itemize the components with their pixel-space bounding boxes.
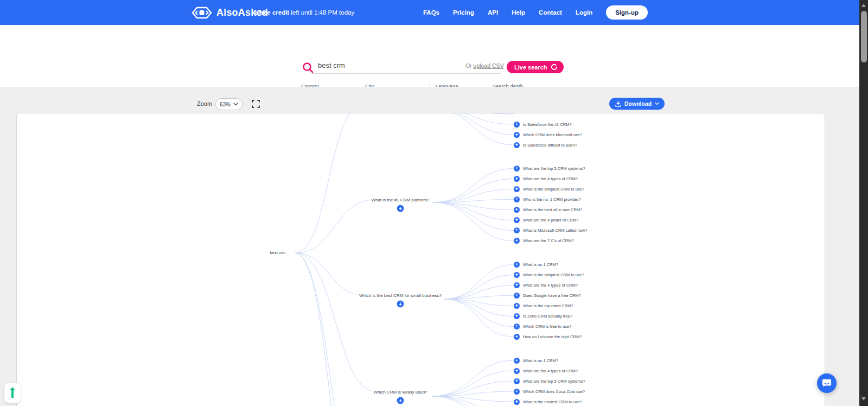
mindmap-question[interactable]: +Is Salesforce difficult to learn? <box>514 142 577 148</box>
mindmap-question[interactable]: +What is the easiest CRM to use? <box>514 399 582 405</box>
mindmap-question[interactable]: +Which CRM is free to use? <box>514 323 571 329</box>
scrollbar-up-arrow[interactable] <box>861 4 866 7</box>
mindmap-canvas[interactable]: best crm+Is Salesforce the #1 CRM?+Which… <box>16 113 825 406</box>
plus-icon[interactable]: + <box>514 358 520 364</box>
mindmap-question[interactable]: +How do I choose the right CRM? <box>514 334 582 340</box>
plus-icon[interactable]: + <box>514 122 520 128</box>
plus-icon[interactable]: + <box>514 166 520 172</box>
live-search-label: Live search <box>514 64 547 71</box>
plus-icon[interactable]: + <box>514 217 520 223</box>
mindmap-branch-label[interactable]: What is the #1 CRM platform? <box>369 197 431 203</box>
page-scrollbar[interactable] <box>859 0 868 406</box>
plus-icon[interactable]: + <box>514 132 520 138</box>
expand-button[interactable]: + <box>397 301 404 308</box>
search-icon <box>302 62 314 74</box>
plus-icon[interactable]: + <box>514 293 520 299</box>
mindmap-question[interactable]: +What are the 4 pillars of CRM? <box>514 217 579 223</box>
expand-button[interactable]: + <box>397 205 404 212</box>
fullscreen-button[interactable] <box>252 100 260 108</box>
mindmap-question[interactable]: +Is Salesforce the #1 CRM? <box>514 122 572 128</box>
chat-widget-button[interactable] <box>817 373 837 393</box>
question-text: Is Salesforce difficult to learn? <box>523 143 577 148</box>
chevron-down-icon <box>233 103 238 106</box>
plus-icon[interactable]: + <box>514 196 520 202</box>
question-text: What is no 1 CRM? <box>523 358 558 363</box>
plus-icon[interactable]: + <box>514 389 520 395</box>
mindmap-curves <box>17 113 825 406</box>
question-text: Which CRM does Coca-Cola use? <box>523 389 585 394</box>
plus-icon[interactable]: + <box>514 368 520 374</box>
search-underline <box>312 73 501 74</box>
question-text: What are the top 5 CRM systems? <box>523 166 585 171</box>
question-text: What is the top rated CRM? <box>523 303 573 308</box>
nav-api[interactable]: API <box>488 9 498 16</box>
mindmap-question[interactable]: +Who is the no. 1 CRM provider? <box>514 196 581 202</box>
signup-button[interactable]: Sign-up <box>606 5 648 20</box>
plus-icon[interactable]: + <box>514 399 520 405</box>
mindmap-question[interactable]: +What is no 1 CRM? <box>514 358 558 364</box>
mindmap-question[interactable]: +What is the simplest CRM to use? <box>514 186 584 192</box>
question-text: Is Zoho CRM actually free? <box>523 314 572 319</box>
download-button[interactable]: Download <box>609 98 665 110</box>
question-text: What is the simplest CRM to use? <box>523 187 584 192</box>
expand-button[interactable]: + <box>397 397 404 404</box>
question-text: What is the best all in one CRM? <box>523 207 582 212</box>
zoom-value: 63% <box>220 101 231 107</box>
mindmap-branch-label[interactable]: Which CRM is widely used? <box>372 389 429 395</box>
plus-icon[interactable]: + <box>514 176 520 182</box>
refresh-icon <box>551 64 558 71</box>
mindmap-question[interactable]: +What are the 4 types of CRM? <box>514 368 578 374</box>
nav-login[interactable]: Login <box>576 9 592 16</box>
alsoasked-logo-icon <box>192 6 212 20</box>
question-text: Who is the no. 1 CRM provider? <box>523 197 581 202</box>
plus-icon[interactable]: + <box>514 262 520 268</box>
plus-icon[interactable]: + <box>514 272 520 278</box>
plus-icon[interactable]: + <box>514 282 520 288</box>
mindmap-question[interactable]: +What is no 1 CRM? <box>514 262 558 268</box>
plus-icon[interactable]: + <box>514 142 520 148</box>
plus-icon[interactable]: + <box>514 238 520 244</box>
plus-icon[interactable]: + <box>514 313 520 319</box>
question-text: What is the easiest CRM to use? <box>523 399 582 404</box>
nav-contact[interactable]: Contact <box>539 9 562 16</box>
credit-count: 1 free credit <box>254 9 289 16</box>
mindmap-question[interactable]: +Which CRM does Coca-Cola use? <box>514 389 585 395</box>
mindmap-question[interactable]: +What are the 4 types of CRM? <box>514 176 578 182</box>
nav-help[interactable]: Help <box>512 9 525 16</box>
plus-icon[interactable]: + <box>514 378 520 384</box>
mindmap-question[interactable]: +Is Zoho CRM actually free? <box>514 313 572 319</box>
nav-faqs[interactable]: FAQs <box>423 9 439 16</box>
question-text: What are the 4 types of CRM? <box>523 283 578 288</box>
plus-icon[interactable]: + <box>514 303 520 309</box>
nav-pricing[interactable]: Pricing <box>453 9 474 16</box>
mindmap-question[interactable]: +What are the top 5 CRM systems? <box>514 378 585 384</box>
mindmap-question[interactable]: +Which CRM does Microsoft use? <box>514 132 582 138</box>
mindmap-root-node[interactable]: best crm <box>269 250 287 256</box>
scrollbar-down-arrow[interactable] <box>861 397 866 401</box>
upload-csv-link[interactable]: upload CSV <box>474 62 504 69</box>
plus-icon[interactable]: + <box>514 207 520 213</box>
zoom-select[interactable]: 63% <box>215 98 242 110</box>
mindmap-question[interactable]: +What are the top 5 CRM systems? <box>514 166 585 172</box>
mindmap-branch-label[interactable]: Which is the best CRM for small business… <box>358 293 443 299</box>
mindmap-question[interactable]: +Does Google have a free CRM? <box>514 293 581 299</box>
question-text: What are the top 5 CRM systems? <box>523 379 585 384</box>
mindmap-question[interactable]: +What is the best all in one CRM? <box>514 207 582 213</box>
mindmap-question[interactable]: +What are the 7 C's of CRM? <box>514 238 574 244</box>
mindmap-question[interactable]: +What is the simplest CRM to use? <box>514 272 584 278</box>
extension-badge[interactable] <box>4 383 21 403</box>
upload-csv: Or upload CSV <box>465 62 504 69</box>
mindmap-question[interactable]: +What is the top rated CRM? <box>514 303 573 309</box>
live-search-button[interactable]: Live search <box>507 61 564 73</box>
search-input[interactable] <box>317 61 465 70</box>
scrollbar-thumb[interactable] <box>861 11 867 62</box>
download-icon <box>615 101 621 107</box>
mindmap-question[interactable]: +What is Microsoft CRM called now? <box>514 227 587 233</box>
credit-banner: 1 free credit left until 1:48 PM today <box>254 0 354 25</box>
question-text: What are the 4 types of CRM? <box>523 369 578 373</box>
plus-icon[interactable]: + <box>514 334 520 340</box>
plus-icon[interactable]: + <box>514 323 520 329</box>
plus-icon[interactable]: + <box>514 227 520 233</box>
plus-icon[interactable]: + <box>514 186 520 192</box>
mindmap-question[interactable]: +What are the 4 types of CRM? <box>514 282 578 288</box>
